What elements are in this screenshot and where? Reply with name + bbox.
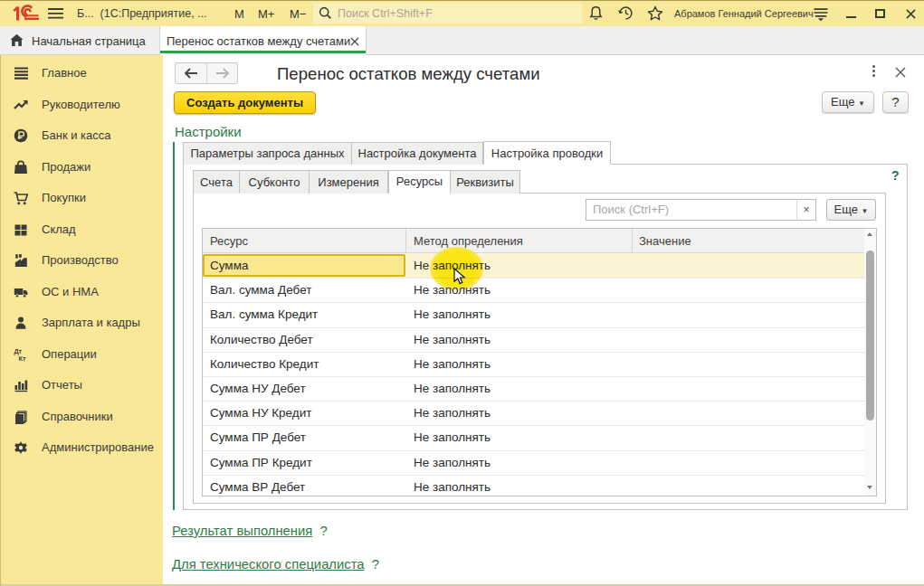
svg-text:Кт: Кт xyxy=(19,354,26,362)
